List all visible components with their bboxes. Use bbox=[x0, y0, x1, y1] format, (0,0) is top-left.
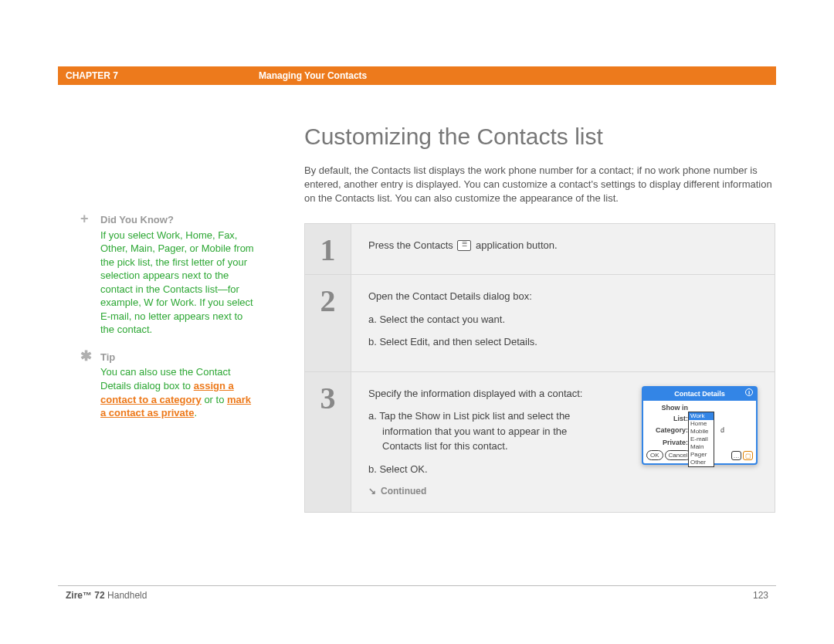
step-2-a: a. Select the contact you want. bbox=[368, 312, 758, 327]
sidebar: + Did You Know? If you select Work, Home… bbox=[85, 213, 255, 434]
step-number-cell: 1 bbox=[305, 224, 351, 275]
tip-mid: or to bbox=[202, 394, 227, 405]
step-1-body: Press the Contacts application button. bbox=[351, 224, 775, 275]
step-number: 3 bbox=[320, 380, 336, 416]
chapter-header: CHAPTER 7 Managing Your Contacts bbox=[58, 66, 776, 85]
tip-text: You can also use the Contact Details dia… bbox=[100, 365, 255, 419]
step-2: 2 Open the Contact Details dialog box: a… bbox=[305, 275, 775, 372]
step-number-cell: 3 bbox=[305, 372, 351, 513]
step-number: 2 bbox=[320, 283, 336, 319]
step-3: 3 Specify the information displayed with… bbox=[305, 372, 775, 513]
show-in-list-picklist[interactable]: Work Home Mobile E-mail Main Pager Other bbox=[688, 412, 714, 467]
continued-arrow-icon: ↘ bbox=[368, 484, 376, 498]
step-3-body: Specify the information displayed with a… bbox=[351, 372, 775, 513]
plus-icon: + bbox=[80, 212, 89, 225]
category-value: d bbox=[720, 425, 724, 436]
did-you-know-block: + Did You Know? If you select Work, Home… bbox=[85, 213, 255, 337]
step-number-cell: 2 bbox=[305, 275, 351, 371]
intro-paragraph: By default, the Contacts list displays t… bbox=[304, 164, 775, 206]
footer-divider bbox=[58, 585, 776, 586]
dialog-title: Contact Details i bbox=[643, 388, 756, 402]
tip-end: . bbox=[194, 407, 197, 419]
continued-indicator: ↘ Continued bbox=[368, 484, 758, 498]
picklist-option[interactable]: E-mail bbox=[689, 436, 714, 443]
did-you-know-title: Did You Know? bbox=[100, 213, 255, 227]
product-name: Zire™ 72 Handheld bbox=[66, 590, 147, 601]
product-bold: Zire™ 72 bbox=[66, 590, 105, 601]
continued-label: Continued bbox=[381, 484, 426, 498]
info-icon: i bbox=[745, 388, 753, 396]
step-3-a: a. Tap the Show in List pick list and se… bbox=[368, 408, 585, 454]
footer: Zire™ 72 Handheld 123 bbox=[66, 590, 768, 601]
steps-box: 1 Press the Contacts application button.… bbox=[304, 223, 775, 514]
main-content: Customizing the Contacts list By default… bbox=[304, 124, 775, 513]
page-number: 123 bbox=[753, 590, 768, 601]
chapter-label: CHAPTER 7 bbox=[58, 70, 259, 81]
dialog-title-text: Contact Details bbox=[674, 390, 725, 398]
step-1-text-pre: Press the Contacts bbox=[368, 239, 456, 251]
contacts-app-icon bbox=[457, 240, 471, 251]
contact-details-screenshot: Contact Details i Show in List: Category… bbox=[642, 386, 758, 466]
picklist-option[interactable]: Mobile bbox=[689, 428, 714, 436]
step-1: 1 Press the Contacts application button. bbox=[305, 224, 775, 276]
picklist-option[interactable]: Work bbox=[689, 412, 714, 420]
step-number: 1 bbox=[320, 232, 336, 268]
picklist-option[interactable]: Other bbox=[689, 459, 714, 466]
picklist-option[interactable]: Home bbox=[689, 420, 714, 428]
step-2-body: Open the Contact Details dialog box: a. … bbox=[351, 275, 775, 371]
page-title: Customizing the Contacts list bbox=[304, 124, 775, 150]
product-rest: Handheld bbox=[105, 590, 147, 601]
section-title: Managing Your Contacts bbox=[259, 70, 367, 81]
step-1-text-post: application button. bbox=[476, 239, 558, 251]
step-3-b: b. Select OK. bbox=[368, 462, 585, 477]
did-you-know-text: If you select Work, Home, Fax, Other, Ma… bbox=[100, 229, 255, 337]
private-label: Private: bbox=[646, 438, 688, 449]
tip-block: ✱ Tip You can also use the Contact Detai… bbox=[85, 351, 255, 420]
step-2-b: b. Select Edit, and then select Details. bbox=[368, 334, 758, 350]
ok-button[interactable]: OK bbox=[646, 450, 663, 460]
step-3-intro: Specify the information displayed with a… bbox=[368, 386, 585, 402]
tip-title: Tip bbox=[100, 351, 255, 364]
show-in-list-label: Show in List: bbox=[646, 403, 688, 424]
step-2-intro: Open the Contact Details dialog box: bbox=[368, 289, 758, 304]
category-label: Category: bbox=[646, 425, 688, 436]
picklist-option[interactable]: Pager bbox=[689, 451, 714, 459]
dialog-body: Show in List: Category: d Private: OK bbox=[643, 401, 756, 463]
picklist-option[interactable]: Main bbox=[689, 443, 714, 451]
note-button[interactable]: … bbox=[731, 451, 741, 460]
delete-button[interactable]: ▢ bbox=[743, 451, 753, 460]
asterisk-icon: ✱ bbox=[80, 349, 92, 363]
